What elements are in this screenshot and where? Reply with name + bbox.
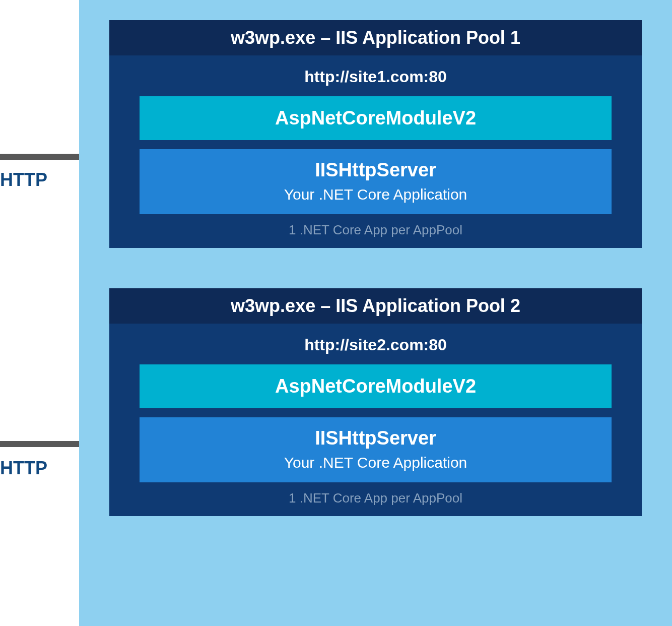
iis-server-container: w3wp.exe – IIS Application Pool 1 http:/… <box>79 0 672 626</box>
http-label-2: HTTP <box>0 458 47 479</box>
app-pool-1-header: w3wp.exe – IIS Application Pool 1 <box>109 20 642 55</box>
app-pool-1-body: http://site1.com:80 AspNetCoreModuleV2 I… <box>109 55 642 248</box>
http-label-1: HTTP <box>0 169 47 191</box>
app-pool-1-module: AspNetCoreModuleV2 <box>140 96 612 140</box>
app-pool-2-server-subtitle: Your .NET Core Application <box>145 454 607 471</box>
app-pool-1: w3wp.exe – IIS Application Pool 1 http:/… <box>109 20 642 248</box>
app-pool-1-footer: 1 .NET Core App per AppPool <box>140 220 612 238</box>
app-pool-2-footer: 1 .NET Core App per AppPool <box>140 488 612 506</box>
app-pool-1-server-subtitle: Your .NET Core Application <box>145 186 607 203</box>
app-pool-2-body: http://site2.com:80 AspNetCoreModuleV2 I… <box>109 324 642 516</box>
app-pool-2-site-url: http://site2.com:80 <box>140 333 612 364</box>
app-pool-2: w3wp.exe – IIS Application Pool 2 http:/… <box>109 288 642 516</box>
app-pool-1-server: IISHttpServer Your .NET Core Application <box>140 149 612 214</box>
app-pool-2-server-title: IISHttpServer <box>145 427 607 449</box>
app-pool-2-header: w3wp.exe – IIS Application Pool 2 <box>109 288 642 324</box>
app-pool-2-module: AspNetCoreModuleV2 <box>140 364 612 408</box>
app-pool-2-server: IISHttpServer Your .NET Core Application <box>140 417 612 482</box>
app-pool-1-server-title: IISHttpServer <box>145 159 607 181</box>
app-pool-1-site-url: http://site1.com:80 <box>140 65 612 96</box>
